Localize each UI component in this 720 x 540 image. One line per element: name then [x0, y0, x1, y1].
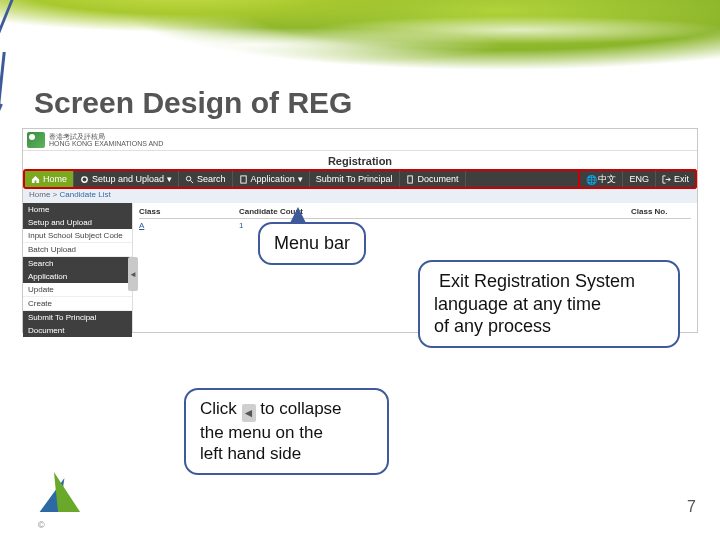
chevron-down-icon: ▾: [167, 174, 172, 184]
menu-label: 中文: [598, 173, 616, 186]
menu-lang-zh[interactable]: 🌐 中文: [580, 171, 623, 187]
menu-label: ENG: [629, 174, 649, 184]
callout-collapse: Click ◄ to collapse the menu on the left…: [184, 388, 389, 475]
col-spacer: [343, 207, 591, 216]
decorative-wave-header: [0, 0, 720, 70]
callout-text: to collapse: [256, 399, 342, 418]
cell-class[interactable]: A: [139, 221, 199, 230]
menu-document[interactable]: Document: [400, 171, 466, 187]
sidebar-section-document[interactable]: Document: [23, 324, 132, 337]
sidebar-section-search[interactable]: Search: [23, 257, 132, 270]
menu-lang-en[interactable]: ENG: [623, 171, 656, 187]
app-title-row: Registration: [23, 151, 697, 169]
search-icon: [185, 175, 194, 184]
col-class: Class: [139, 207, 199, 216]
breadcrumb-current: Candidate List: [59, 190, 110, 199]
breadcrumb-prefix: Home >: [29, 190, 59, 199]
page-number: 7: [687, 498, 696, 516]
callout-menubar: Menu bar: [258, 222, 366, 265]
callout-text: of any process: [434, 316, 551, 336]
col-classno: Class No.: [631, 207, 691, 216]
gear-icon: [80, 175, 89, 184]
collapse-handle[interactable]: ◄: [128, 257, 138, 291]
svg-point-0: [82, 176, 87, 181]
sidebar-item-batch-upload[interactable]: Batch Upload: [23, 243, 132, 257]
menu-bar: Home Setup and Upload ▾ Search Applicati…: [23, 169, 697, 189]
menu-label: Setup and Upload: [92, 174, 164, 184]
menu-home[interactable]: Home: [25, 171, 74, 187]
svg-rect-4: [407, 175, 412, 182]
menu-label: Submit To Principal: [316, 174, 393, 184]
menu-submit-principal[interactable]: Submit To Principal: [310, 171, 400, 187]
hkeaa-logo: [27, 132, 45, 148]
document-icon: [406, 175, 415, 184]
menu-label: Search: [197, 174, 226, 184]
svg-rect-3: [240, 175, 245, 182]
chevron-left-icon: ◄: [129, 270, 137, 279]
svg-point-1: [186, 176, 191, 181]
sidebar-item-create[interactable]: Create: [23, 297, 132, 311]
hkeaa-logo-text: 香港考試及評核局 HONG KONG EXAMINATIONS AND: [49, 133, 163, 147]
menu-label: Home: [43, 174, 67, 184]
footer-logo: [42, 472, 88, 518]
sidebar: Home Setup and Upload Input School Subje…: [23, 203, 133, 332]
copyright-mark: ©: [38, 520, 45, 530]
sidebar-section-application[interactable]: Application: [23, 270, 132, 283]
chevron-left-icon: ◄: [242, 404, 256, 422]
menu-application[interactable]: Application ▾: [233, 171, 310, 187]
menu-label: Application: [251, 174, 295, 184]
svg-line-2: [190, 180, 193, 183]
menu-spacer: [466, 171, 579, 187]
sidebar-section-home[interactable]: Home: [23, 203, 132, 216]
callout-text: Exit Registration System: [439, 271, 635, 291]
home-icon: [31, 175, 40, 184]
grid-header-row: Class Candidate Count Class No.: [139, 205, 691, 219]
chevron-down-icon: ▾: [298, 174, 303, 184]
app-header: 香港考試及評核局 HONG KONG EXAMINATIONS AND: [23, 129, 697, 151]
exit-icon: [662, 175, 671, 184]
callout-text: left hand side: [200, 444, 301, 463]
sidebar-section-submit[interactable]: Submit To Principal: [23, 311, 132, 324]
sidebar-item-input-subject[interactable]: Input School Subject Code: [23, 229, 132, 243]
app-title: Registration: [328, 155, 392, 167]
form-icon: [239, 175, 248, 184]
callout-text: Menu bar: [274, 233, 350, 253]
callout-pointer: [0, 103, 3, 192]
callout-exit: Exit Registration System language at any…: [418, 260, 680, 348]
menu-label: Exit: [674, 174, 689, 184]
breadcrumb: Home > Candidate List: [23, 189, 697, 203]
menu-label: Document: [418, 174, 459, 184]
grid-row: A 1 01: [139, 219, 691, 232]
callout-text: Click: [200, 399, 242, 418]
callout-text: the menu on the: [200, 423, 323, 442]
menu-search[interactable]: Search: [179, 171, 233, 187]
menu-right-group: 🌐 中文 ENG Exit: [578, 169, 697, 189]
callout-text: language at any time: [434, 294, 601, 314]
slide-title: Screen Design of REG: [34, 86, 352, 120]
menu-exit[interactable]: Exit: [656, 171, 695, 187]
callout-pointer: [0, 52, 6, 104]
sidebar-item-update[interactable]: Update: [23, 283, 132, 297]
sidebar-section-setup[interactable]: Setup and Upload: [23, 216, 132, 229]
menu-setup-upload[interactable]: Setup and Upload ▾: [74, 171, 179, 187]
callout-pointer: [290, 207, 306, 223]
globe-icon: 🌐: [586, 175, 595, 184]
